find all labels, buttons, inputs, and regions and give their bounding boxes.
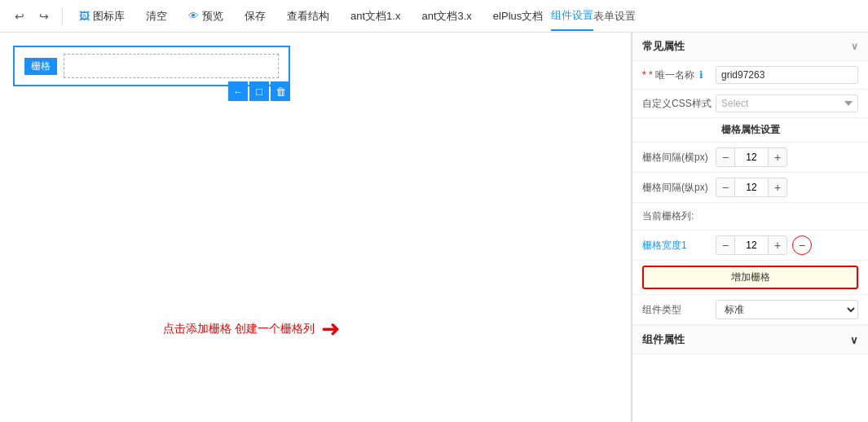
component-type-label: 组件类型 [642,303,716,317]
css-style-value: Select [716,95,858,112]
col-width-input[interactable] [735,235,768,255]
gutter-h-plus-button[interactable]: + [768,147,787,167]
current-col-row: 当前栅格列: [632,203,868,231]
gutter-v-value: − + [716,178,858,197]
save-button[interactable]: 保存 [236,6,274,27]
col-width-delete-button[interactable]: − [792,235,812,255]
common-props-title: 常见属性 [642,39,685,54]
col-width-label: 栅格宽度1 [642,239,716,253]
toolbar-divider-1 [62,8,63,24]
right-panel: 常见属性 ∨ * * 唯一名称 ℹ 自定义CSS样式 Sele [632,33,868,422]
component-props-section: 组件属性 ∨ [632,325,868,354]
col-width-row: 栅格宽度1 − + − [632,231,868,261]
ant-doc1-label: ant文档1.x [350,9,400,24]
ant-doc3-button[interactable]: ant文档3.x [413,6,479,27]
image-icon: 🖼 [79,10,90,22]
component-props-title: 组件属性 [642,332,685,347]
css-style-label: 自定义CSS样式 [642,97,716,111]
undo-button[interactable]: ↩ [10,7,29,26]
gutter-h-row: 栅格间隔(横px) − + [632,143,868,173]
gutter-h-minus-button[interactable]: − [716,147,735,167]
component-type-select[interactable]: 标准 [716,300,858,319]
icon-library-label: 图标库 [93,9,125,24]
component-props-chevron: ∨ [850,334,858,346]
gutter-h-label: 栅格间隔(横px) [642,151,716,165]
grid-actions: ← □ 🗑 [228,81,290,101]
add-grid-row: 增加栅格 [632,261,868,295]
gutter-v-minus-button[interactable]: − [716,178,735,197]
col-width-minus-button[interactable]: − [716,235,735,255]
toolbar-left: ↩ ↪ 🖼 图标库 清空 👁 预览 保存 查看结构 ant文档1.x ant文档… [10,6,551,27]
unique-name-value [716,66,858,84]
unique-name-input[interactable] [716,66,858,84]
gutter-h-stepper: − + [716,147,858,167]
unique-name-label: * * 唯一名称 ℹ [642,68,716,82]
col-width-plus-button[interactable]: + [768,235,787,255]
canvas-inner: 栅格 ← □ 🗑 [0,33,631,124]
canvas-area[interactable]: 栅格 ← □ 🗑 点击添加栅格 创建一个栅格列 ➜ [0,33,632,422]
col-width-value: − + − [716,235,858,255]
grid-props-section: 栅格属性设置 栅格间隔(横px) − + 栅格间隔(纵px) − [632,118,868,325]
grid-copy-button[interactable]: □ [249,81,269,101]
grid-delete-button[interactable]: 🗑 [271,81,290,101]
css-style-select[interactable]: Select [716,95,858,112]
ant-doc1-button[interactable]: ant文档1.x [342,6,408,27]
gutter-h-input[interactable] [735,147,768,167]
col-width-stepper: − + [716,235,787,255]
current-col-label: 当前栅格列: [642,209,716,223]
view-structure-button[interactable]: 查看结构 [279,6,337,27]
annotation-text: 点击添加栅格 创建一个栅格列 [163,322,315,336]
common-props-section: 常见属性 ∨ * * 唯一名称 ℹ 自定义CSS样式 Sele [632,33,868,118]
col-width-stepper-row: − + − [716,235,858,255]
gutter-v-row: 栅格间隔(纵px) − + [632,173,868,203]
common-props-header: 常见属性 ∨ [632,33,868,61]
tab-form-settings[interactable]: 表单设置 [593,2,636,30]
clear-label: 清空 [146,9,167,24]
grid-component[interactable]: 栅格 [13,46,290,86]
clear-button[interactable]: 清空 [138,6,175,27]
view-structure-label: 查看结构 [287,9,329,24]
elplus-doc-label: elPlus文档 [493,9,543,24]
redo-button[interactable]: ↪ [34,7,54,26]
toolbar: ↩ ↪ 🖼 图标库 清空 👁 预览 保存 查看结构 ant文档1.x ant文档… [0,0,868,33]
elplus-doc-button[interactable]: elPlus文档 [485,6,551,27]
annotation: 点击添加栅格 创建一个栅格列 ➜ [163,318,340,341]
grid-inner [64,54,279,78]
unique-name-row: * * 唯一名称 ℹ [632,61,868,90]
annotation-arrow-icon: ➜ [321,318,340,341]
common-props-chevron: ∨ [851,41,858,52]
gutter-h-value: − + [716,147,858,167]
gutter-v-input[interactable] [735,178,768,197]
preview-button[interactable]: 👁 预览 [180,6,231,27]
eye-icon: 👁 [188,10,199,22]
save-label: 保存 [245,9,266,24]
preview-label: 预览 [202,9,223,24]
css-style-row: 自定义CSS样式 Select [632,90,868,118]
component-type-value: 标准 [716,300,858,319]
gutter-v-stepper: − + [716,178,858,197]
gutter-v-label: 栅格间隔(纵px) [642,181,716,195]
tab-component-settings[interactable]: 组件设置 [551,2,593,31]
gutter-v-plus-button[interactable]: + [768,178,787,197]
add-grid-button[interactable]: 增加栅格 [642,266,858,289]
toolbar-right: 组件设置 表单设置 [551,2,636,31]
grid-props-title: 栅格属性设置 [632,118,868,143]
main-layout: 栅格 ← □ 🗑 点击添加栅格 创建一个栅格列 ➜ 常见属性 ∨ [0,33,868,422]
component-type-row: 组件类型 标准 [632,295,868,325]
component-props-header: 组件属性 ∨ [632,325,868,354]
icon-library-button[interactable]: 🖼 图标库 [71,6,133,27]
ant-doc3-label: ant文档3.x [421,9,471,24]
grid-label: 栅格 [24,58,57,75]
grid-back-button[interactable]: ← [228,81,248,101]
